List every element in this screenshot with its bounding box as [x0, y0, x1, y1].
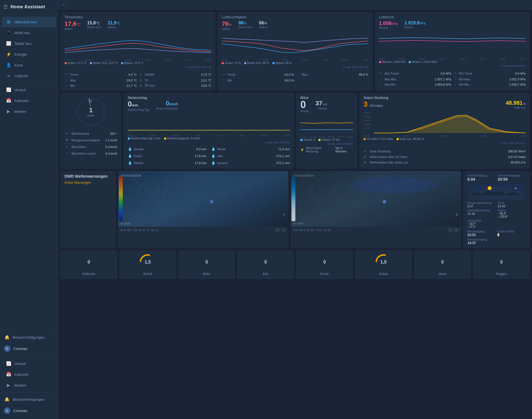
temp-balkon-label: Balkon — [108, 26, 121, 29]
niederschlag-timestamp: 8. Aug. 2023, 09:09:22 — [128, 141, 290, 144]
pollen-val-1: 1,5 — [145, 260, 151, 265]
sidebar-notification-bottom[interactable]: 🔔 Benachrichtigungen — [0, 394, 58, 405]
wind-dir-icon: ⇄ — [65, 131, 70, 136]
sidebar-item-karte[interactable]: 👤 Karte — [2, 60, 56, 70]
solar-card: Solare Strahlung 3 UV index 48.981 lx So… — [359, 93, 530, 169]
humidity-x-labels: 10:0013:0016:0019:0022:0001:0004:0007:00 — [222, 59, 368, 62]
wetter-card: DWD Wetterwarnungen Keine Warnungen — [60, 171, 116, 248]
regen-stunde: 💧 Stunde 0,0 mm — [128, 146, 207, 152]
trend-icon: 〜 — [65, 72, 68, 77]
temp-aussen-label: Außen — [65, 27, 80, 30]
pressure-x-labels: 10:0013:0016:0019:0022:0001:0004:0007:00 — [379, 58, 526, 60]
sidebar-item-verlauf2[interactable]: 📈 Verlauf — [2, 358, 56, 369]
humidity-min: ↓ Min 54,0 % — [222, 78, 294, 82]
pollen-val-4: 0 — [323, 260, 326, 265]
hum-trend-icon: 〜 — [222, 72, 226, 77]
hum-max-icon: ↑ — [296, 73, 300, 77]
map2-footer: Di 8 Mi 9 Do 10 Fr 11 Sa 12 < > — [291, 227, 461, 233]
pollen-name-5: Gräser — [379, 272, 388, 275]
sidebar-user-bottom[interactable]: C Christian — [0, 405, 58, 417]
svg-text:✦: ✦ — [515, 187, 517, 190]
pres-abs-trend-icon: 〜 — [379, 71, 383, 76]
pressure-stats: 〜 Abs Trend 0,0 hPa 〜 Rel Trend 0,0 hPa … — [379, 69, 526, 86]
map1-next[interactable]: > — [281, 228, 286, 232]
temp-max: ↑ Max 20,0 °C — [65, 78, 137, 82]
sidebar-label-kalender: Kalender — [14, 99, 29, 103]
back-button[interactable]: ← — [58, 0, 532, 10]
thermometer-icon: 🌡 — [139, 73, 143, 77]
temp-title: Temperatur — [65, 15, 211, 19]
sidebar-label-karte: Karte — [14, 63, 23, 67]
pollen-card-hasel: 0 Hasel — [414, 250, 471, 279]
menu-icon[interactable]: ☰ — [3, 4, 8, 10]
pollen-name-6: Hasel — [439, 272, 446, 275]
sun-zenith: Zenit 13:32 — [498, 201, 526, 208]
blitze-title: Blitze — [300, 96, 353, 100]
sidebar-item-medien2[interactable]: ▶ Medien — [2, 380, 56, 390]
sidebar-item-logbuch[interactable]: ≡ Logbuch — [2, 71, 56, 81]
moon-phase: Letztes Viertel 🌗 — [497, 230, 526, 237]
pollen-val-7: 0 — [500, 260, 503, 265]
sidebar-item-energie[interactable]: ⚡ Energie — [2, 49, 56, 60]
map2-prev[interactable]: < — [447, 228, 452, 232]
blitze-card: Blitze 0 Anzahl 37 km Distanz — [296, 93, 357, 169]
sun-card: Sonnenaufgang 6:04 Sonnenuntergang 20:59 — [463, 171, 530, 248]
niederschlag-x-labels: 00:0003:0006:0009:0012:0015:0018:0021:00 — [128, 134, 290, 137]
sidebar-notification[interactable]: 🔔 Benachrichtigungen — [0, 332, 58, 343]
temp-gefuhlt: 🌡 Gefühlt 17,6 °C — [139, 72, 211, 77]
sidebar-user[interactable]: C Christian — [0, 343, 58, 355]
wetter-status: Keine Warnungen — [65, 181, 112, 185]
map2-next[interactable]: > — [454, 228, 459, 232]
solar-x-labels: 10:0014:0018:0002:0006:00 — [364, 135, 526, 137]
calc-icon-2: ⊞ — [364, 160, 368, 164]
sidebar-notification-label-bottom: Benachrichtigungen — [13, 397, 45, 402]
temp-boden-val: 15,8°C — [87, 21, 101, 25]
solar-uv-max: ⊞ Wetterstation Max UV Index 6,0 UV inde… — [364, 154, 526, 160]
map1-prev[interactable]: < — [275, 228, 280, 232]
pollen-card-esche: 0 Esche — [296, 250, 353, 279]
solar-strahlung: ☀ Solar Strahlung 380,83 W/m² — [364, 149, 526, 154]
sidebar-item-tablet[interactable]: ⬜ Tablet Neu — [2, 38, 56, 49]
pollen-card-gräser: 1,5 Gräser — [355, 250, 412, 279]
temp-aussen-block: 17,6°C Außen — [65, 21, 80, 30]
pressure-timestamp: 8. Aug. 2023, 09:09:01 — [379, 65, 526, 67]
humidity-trend: 〜 Trend -12,0 % — [222, 72, 294, 77]
temp-tp: 🌡 TP 13,1 °C — [139, 78, 211, 82]
pressure-legend: Absolut: 1.006 hPa Relativ: 1.019,9 hPa — [379, 60, 526, 63]
sidebar-label-medien2: Medien — [14, 383, 26, 387]
humidity-aussen-label: Außen — [222, 27, 232, 30]
niederschlag-top: 0mm Niederschlag Tag 0mm/h Niederschlags… — [128, 100, 290, 111]
grid-icon: ⊞ — [6, 19, 12, 24]
solar-legend: UV Index: 3 UV index Solar Lux: 48.981 l… — [364, 137, 526, 140]
sidebar-item-verlauf[interactable]: 📈 Verlauf — [2, 85, 56, 95]
temp-x-labels: 10:0013:0016:0019:0022:0001:0004:0007:00 — [65, 59, 211, 62]
temperature-card: Temperatur 17,6°C Außen 15,8°C Boden 5cm — [60, 12, 215, 91]
temp-boden-label: Boden 5cm — [87, 26, 101, 29]
wind-speed: ⚑ Windgeschwindigkeit 1,1 km/h — [65, 137, 117, 144]
pressure-abs-min: ↓ Abs Min 1.004,8 hPa — [379, 82, 451, 86]
sun-dusk: Abenddämmerung 21:36 — [467, 209, 495, 218]
main-content: ← Temperatur 17,6°C Außen 15,8°C — [58, 0, 532, 419]
sidebar-item-ubersicht[interactable]: ⊞ Übersicht neu — [2, 17, 56, 27]
map2-placeholder: meteoblue — [291, 171, 461, 227]
map2-menu[interactable]: ≡ — [454, 212, 459, 217]
niederschlag-label: Niederschlag Tag — [128, 108, 149, 111]
pollen-ring-4: 0 — [316, 254, 333, 270]
niederschlag-main: 0mm Niederschlag Tag — [128, 100, 149, 111]
map1-menu[interactable]: ≡ — [282, 212, 287, 217]
blitze-timestamp: 8. Aug. 2023, 09:09:22 — [300, 142, 353, 145]
pollen-name-1: Beifuß — [143, 272, 152, 275]
solar-lux-max: ⊞ Wetterstation Max Solar Lux 89.831,6 l… — [364, 160, 526, 165]
history-icon-2: 📈 — [6, 361, 12, 366]
max-icon: ↑ — [65, 78, 68, 82]
hum-min-icon: ↓ — [222, 78, 226, 82]
sidebar-item-medien[interactable]: ▶ Medien — [2, 106, 56, 117]
sidebar-item-kalender2[interactable]: 📅 Kalender — [2, 369, 56, 380]
sidebar-item-mobil[interactable]: 📱 Mobil neu — [2, 27, 56, 38]
pollen-val-5: 1,5 — [380, 260, 387, 265]
sidebar-item-kalender[interactable]: 📅 Kalender — [2, 95, 56, 106]
humidity-boden-val: 88% — [238, 21, 252, 25]
wind-direction: ⇄ Windrichtung 351 ° — [65, 130, 117, 137]
temp-timestamp: 8. Aug. 2023, 09:12:13 — [65, 66, 211, 68]
solar-top: 3 UV index 48.981 lx Solar Lux — [364, 100, 526, 109]
